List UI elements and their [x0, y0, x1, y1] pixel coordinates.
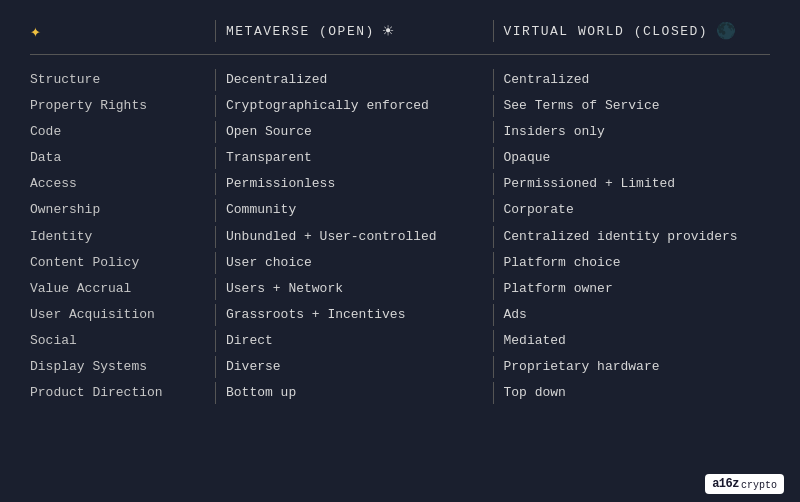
virtual-world-label: VIRTUAL WORLD (CLOSED) — [504, 24, 709, 39]
sun-icon: ☀️ — [383, 20, 395, 42]
row-category: Display Systems — [30, 356, 215, 378]
table-row: Display SystemsDiverseProprietary hardwa… — [30, 354, 770, 380]
row-category: Product Direction — [30, 382, 215, 404]
footer: a16z crypto — [0, 466, 800, 502]
row-metaverse: Direct — [215, 330, 493, 352]
row-metaverse: Cryptographically enforced — [215, 95, 493, 117]
row-virtualworld: Platform choice — [493, 252, 771, 274]
row-metaverse: Users + Network — [215, 278, 493, 300]
row-category: Structure — [30, 69, 215, 91]
row-virtualworld: Opaque — [493, 147, 771, 169]
row-virtualworld: See Terms of Service — [493, 95, 771, 117]
row-category: Social — [30, 330, 215, 352]
row-metaverse: Unbundled + User-controlled — [215, 226, 493, 248]
table-row: Product DirectionBottom upTop down — [30, 380, 770, 406]
comparison-table: ✦ METAVERSE (OPEN) ☀️ VIRTUAL WORLD (CLO… — [30, 20, 770, 446]
table-header: ✦ METAVERSE (OPEN) ☀️ VIRTUAL WORLD (CLO… — [30, 20, 770, 55]
row-metaverse: Community — [215, 199, 493, 221]
main-container: ✦ METAVERSE (OPEN) ☀️ VIRTUAL WORLD (CLO… — [0, 0, 800, 466]
row-category: Content Policy — [30, 252, 215, 274]
row-metaverse: User choice — [215, 252, 493, 274]
row-virtualworld: Corporate — [493, 199, 771, 221]
logo-text-crypto: crypto — [741, 480, 777, 491]
row-category: Value Accrual — [30, 278, 215, 300]
table-row: Content PolicyUser choicePlatform choice — [30, 250, 770, 276]
row-virtualworld: Ads — [493, 304, 771, 326]
row-category: Data — [30, 147, 215, 169]
header-col1: ✦ — [30, 20, 215, 42]
row-metaverse: Diverse — [215, 356, 493, 378]
table-row: AccessPermissionlessPermissioned + Limit… — [30, 171, 770, 197]
row-category: Property Rights — [30, 95, 215, 117]
row-metaverse: Bottom up — [215, 382, 493, 404]
row-virtualworld: Platform owner — [493, 278, 771, 300]
row-metaverse: Transparent — [215, 147, 493, 169]
sparkle-icon: ✦ — [30, 20, 42, 42]
row-category: User Acquisition — [30, 304, 215, 326]
row-category: Access — [30, 173, 215, 195]
table-body: StructureDecentralizedCentralizedPropert… — [30, 67, 770, 446]
row-virtualworld: Mediated — [493, 330, 771, 352]
row-category: Ownership — [30, 199, 215, 221]
row-virtualworld: Centralized — [493, 69, 771, 91]
row-category: Identity — [30, 226, 215, 248]
table-row: Property RightsCryptographically enforce… — [30, 93, 770, 119]
row-metaverse: Decentralized — [215, 69, 493, 91]
row-metaverse: Grassroots + Incentives — [215, 304, 493, 326]
row-virtualworld: Proprietary hardware — [493, 356, 771, 378]
table-row: Value AccrualUsers + NetworkPlatform own… — [30, 276, 770, 302]
header-col3: VIRTUAL WORLD (CLOSED) 🌑 — [493, 20, 771, 42]
logo-text-a16z: a16z — [712, 477, 739, 491]
table-row: IdentityUnbundled + User-controlledCentr… — [30, 224, 770, 250]
row-virtualworld: Insiders only — [493, 121, 771, 143]
logo-badge: a16z crypto — [705, 474, 784, 494]
table-row: User AcquisitionGrassroots + IncentivesA… — [30, 302, 770, 328]
row-virtualworld: Centralized identity providers — [493, 226, 771, 248]
row-virtualworld: Permissioned + Limited — [493, 173, 771, 195]
row-metaverse: Open Source — [215, 121, 493, 143]
header-col2: METAVERSE (OPEN) ☀️ — [215, 20, 493, 42]
table-row: SocialDirectMediated — [30, 328, 770, 354]
moon-icon: 🌑 — [716, 21, 738, 41]
table-row: DataTransparentOpaque — [30, 145, 770, 171]
row-category: Code — [30, 121, 215, 143]
metaverse-label: METAVERSE (OPEN) — [226, 24, 375, 39]
table-row: StructureDecentralizedCentralized — [30, 67, 770, 93]
table-row: CodeOpen SourceInsiders only — [30, 119, 770, 145]
row-metaverse: Permissionless — [215, 173, 493, 195]
row-virtualworld: Top down — [493, 382, 771, 404]
table-row: OwnershipCommunityCorporate — [30, 197, 770, 223]
